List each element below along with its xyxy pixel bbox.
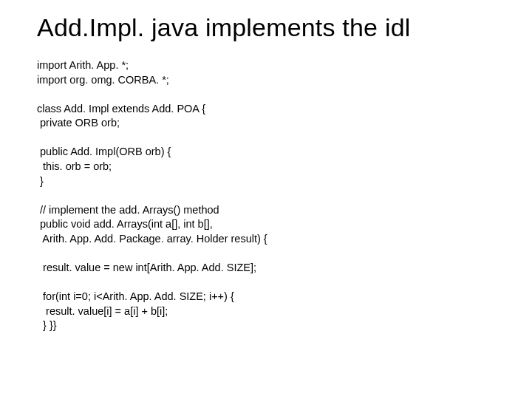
- code-line: // implement the add. Arrays() method: [37, 204, 219, 216]
- code-line: Arith. App. Add. Package. array. Holder …: [37, 233, 267, 245]
- code-line: public void add. Arrays(int a[], int b[]…: [37, 218, 213, 230]
- code-line: result. value[i] = a[i] + b[i];: [37, 305, 168, 317]
- code-line: class Add. Impl extends Add. POA {: [37, 103, 205, 115]
- code-line: result. value = new int[Arith. App. Add.…: [37, 262, 256, 273]
- slide-title: Add.Impl. java implements the idl: [37, 13, 502, 42]
- code-line: this. orb = orb;: [37, 160, 112, 172]
- code-line: import Arith. App. *;: [37, 59, 129, 71]
- code-line: private ORB orb;: [37, 117, 120, 129]
- slide: Add.Impl. java implements the idl import…: [0, 0, 532, 399]
- code-block: import Arith. App. *; import org. omg. C…: [37, 58, 502, 333]
- code-line: public Add. Impl(ORB orb) {: [37, 146, 171, 157]
- code-line: }: [37, 175, 44, 187]
- code-line: } }}: [37, 319, 57, 331]
- code-line: for(int i=0; i<Arith. App. Add. SIZE; i+…: [37, 290, 234, 302]
- code-line: import org. omg. CORBA. *;: [37, 74, 169, 86]
